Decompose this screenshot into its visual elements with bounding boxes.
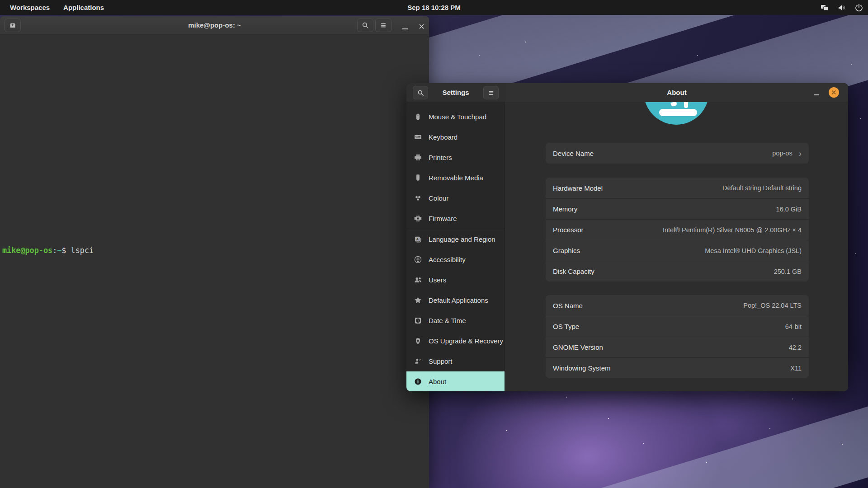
sidebar-item[interactable]: About <box>406 371 505 391</box>
about-info-row[interactable]: Device Name pop-os › <box>546 143 809 164</box>
sidebar-item[interactable]: OS Upgrade & Recovery <box>406 331 505 351</box>
sidebar-item-label: Default Applications <box>429 296 488 304</box>
terminal-line <box>2 436 429 446</box>
about-headerbar[interactable]: About <box>505 83 848 102</box>
sidebar-item[interactable]: Default Applications <box>406 290 505 310</box>
volume-icon[interactable] <box>837 3 846 12</box>
row-value: 250.1 GB <box>774 268 802 275</box>
terminal-line <box>2 273 429 282</box>
prompt-path: ~ <box>57 246 61 255</box>
terminal-line <box>2 291 429 300</box>
terminal-line <box>2 164 429 173</box>
about-info-row: Windowing System X11 <box>546 357 809 378</box>
terminal-output-area[interactable]: mike@pop-os:~$ lspci mike@pop-os:~$ <box>0 35 429 488</box>
terminal-line <box>2 473 429 482</box>
sidebar-item-label: Users <box>429 276 446 284</box>
settings-minimize-button[interactable] <box>811 87 822 98</box>
sidebar-item-icon: ? <box>414 357 422 365</box>
search-icon <box>362 22 369 29</box>
terminal-line <box>2 92 429 101</box>
row-value: Pop!_OS 22.04 LTS <box>743 302 802 309</box>
terminal-close-button[interactable] <box>416 21 427 32</box>
sidebar-group-bottom: A Language and Region Accessibility User… <box>406 229 505 391</box>
row-label: Disk Capacity <box>553 267 594 275</box>
sidebar-group-top: Mouse & Touchpad Keyboard Printers Remov… <box>406 107 505 229</box>
svg-text:?: ? <box>419 358 421 362</box>
about-info-row: Disk Capacity 250.1 GB <box>546 261 809 282</box>
row-label: Processor <box>553 226 584 234</box>
sidebar-item-icon <box>414 113 422 121</box>
sidebar-item[interactable]: Keyboard <box>406 127 505 147</box>
sidebar-item[interactable]: Removable Media <box>406 168 505 188</box>
terminal-titlebar[interactable]: mike@pop-os: ~ <box>0 16 429 34</box>
settings-window: Settings Mouse & Touchpad Keyboard Print… <box>406 83 848 391</box>
row-label: OS Name <box>553 302 583 310</box>
terminal-line <box>2 346 429 355</box>
sidebar-item[interactable]: Printers <box>406 147 505 168</box>
terminal-line <box>2 82 429 91</box>
terminal-line <box>2 319 429 328</box>
terminal-window: mike@pop-os: ~ mike@pop-os:~$ lspci mike… <box>0 16 429 488</box>
terminal-line <box>2 328 429 337</box>
terminal-minimize-button[interactable] <box>400 21 410 32</box>
sidebar-item-icon <box>414 296 422 304</box>
terminal-line <box>2 446 429 455</box>
sidebar-item[interactable]: A Language and Region <box>406 229 505 249</box>
settings-sidebar-headerbar[interactable]: Settings <box>406 83 505 102</box>
sidebar-item-icon <box>414 154 422 161</box>
minimize-icon <box>814 94 819 95</box>
terminal-command-line: mike@pop-os:~$ lspci <box>2 246 429 255</box>
sidebar-item-icon <box>414 337 422 345</box>
hardware-info-group: Hardware Model Default string Default st… <box>546 178 809 282</box>
sidebar-item-label: Language and Region <box>429 235 495 243</box>
sidebar-item[interactable]: Mouse & Touchpad <box>406 107 505 127</box>
terminal-scrollback <box>2 55 429 201</box>
terminal-line <box>2 73 429 82</box>
sidebar-item[interactable]: Firmware <box>406 208 505 229</box>
settings-close-button[interactable] <box>829 87 839 98</box>
terminal-blank-line <box>2 219 429 228</box>
terminal-line <box>2 155 429 164</box>
sidebar-item-icon <box>414 133 422 141</box>
sidebar-item-label: About <box>429 378 446 385</box>
system-status-area[interactable] <box>820 0 863 15</box>
sidebar-item-icon <box>414 276 422 284</box>
hamburger-menu-icon <box>380 22 387 29</box>
sidebar-item[interactable]: Accessibility <box>406 249 505 270</box>
terminal-search-button[interactable] <box>357 19 373 32</box>
about-info-row: OS Name Pop!_OS 22.04 LTS <box>546 295 809 316</box>
sidebar-item[interactable]: Date & Time <box>406 310 505 331</box>
typed-command: lspci <box>71 246 94 255</box>
terminal-line <box>2 382 429 391</box>
sidebar-item-icon <box>414 317 422 324</box>
sidebar-item-label: Keyboard <box>429 133 458 141</box>
sidebar-item[interactable]: Colour <box>406 188 505 208</box>
sidebar-item-label: Accessibility <box>429 256 466 263</box>
row-label: Hardware Model <box>553 184 603 192</box>
terminal-line <box>2 455 429 464</box>
chevron-right-icon: › <box>799 149 802 158</box>
terminal-line <box>2 409 429 418</box>
terminal-menu-button[interactable] <box>375 19 392 32</box>
screens-icon[interactable] <box>820 3 829 12</box>
terminal-line <box>2 337 429 346</box>
os-info-group: OS Name Pop!_OS 22.04 LTS OS Type 64-bit… <box>546 295 809 378</box>
settings-sidebar-list: Mouse & Touchpad Keyboard Printers Remov… <box>406 107 505 391</box>
sidebar-item[interactable]: ? Support <box>406 351 505 371</box>
power-icon[interactable] <box>854 3 863 12</box>
terminal-line <box>2 400 429 409</box>
sidebar-item-label: Firmware <box>429 215 457 222</box>
terminal-line <box>2 64 429 73</box>
about-info-row: Hardware Model Default string Default st… <box>546 178 809 198</box>
sidebar-item-label: OS Upgrade & Recovery <box>429 337 503 345</box>
terminal-line <box>2 137 429 146</box>
terminal-line <box>2 482 429 488</box>
about-info-row: Processor Intel® Pentium(R) Silver N6005… <box>546 219 809 240</box>
settings-menu-button[interactable] <box>483 86 499 99</box>
row-label: OS Type <box>553 323 579 330</box>
sidebar-item-icon <box>414 378 422 385</box>
sidebar-item[interactable]: Users <box>406 270 505 290</box>
clock-button[interactable]: Sep 18 10:28 PM <box>0 4 868 11</box>
terminal-line <box>2 364 429 373</box>
row-value: 64-bit <box>785 323 802 330</box>
